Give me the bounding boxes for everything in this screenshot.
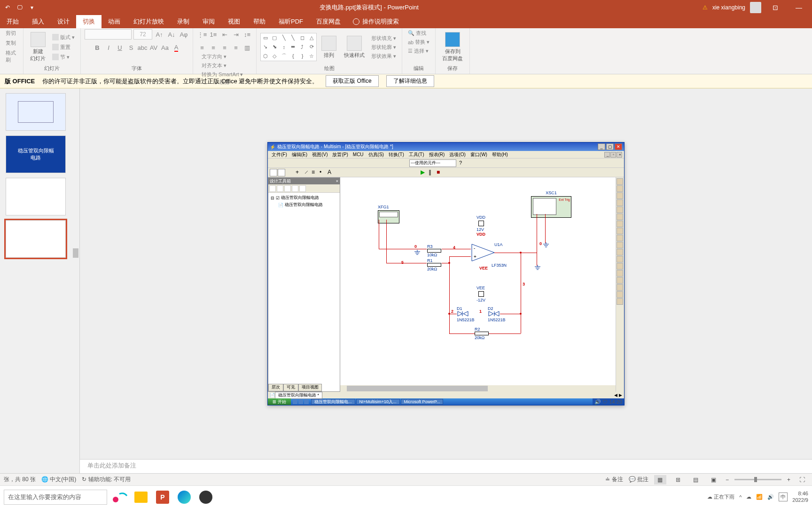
tb-junction-icon[interactable]: • (320, 169, 327, 176)
tab-foxit[interactable]: 福昕PDF (272, 15, 310, 28)
tab-help[interactable]: 帮助 (247, 15, 272, 28)
tree-tool-icon[interactable] (299, 185, 306, 192)
tb-component4-icon[interactable] (399, 159, 406, 167)
component-xfg1[interactable]: XFG1 (378, 205, 399, 223)
instrument-icon[interactable] (617, 178, 623, 185)
instrument-icon[interactable] (617, 228, 623, 234)
cut-button[interactable]: 剪切 (4, 29, 18, 37)
layout-button[interactable]: 版式 ▾ (50, 33, 77, 41)
copy-button[interactable]: 复制 (4, 39, 18, 47)
sorter-view-button[interactable]: ⊞ (672, 475, 684, 484)
canvas-scrollbar-h[interactable] (340, 385, 616, 392)
tb-cut-icon[interactable] (304, 159, 312, 167)
new-slide-button[interactable]: 新建 幻灯片 (27, 31, 48, 63)
normal-view-button[interactable]: ▦ (654, 475, 666, 484)
component-d2[interactable]: D2 1N5221B (488, 306, 506, 322)
tab-record[interactable]: 录制 (171, 15, 196, 28)
instrument-icon[interactable] (617, 206, 623, 213)
italic-button[interactable]: I (103, 42, 114, 53)
qat-dropdown-icon[interactable]: ▾ (28, 4, 36, 11)
user-avatar[interactable] (750, 2, 761, 13)
tree-tab-hierarchy[interactable]: 层次 (268, 384, 283, 391)
tb-component3-icon[interactable] (391, 159, 398, 167)
indent-dec-button[interactable]: ⇤ (219, 29, 230, 40)
tb-bus-icon[interactable]: ≡ (312, 169, 319, 176)
shape-effects-button[interactable]: 形状效果 ▾ (369, 52, 398, 60)
stop-button[interactable]: ■ (437, 169, 444, 176)
menu-reports[interactable]: 报表(R) (427, 151, 447, 158)
tree-tab-visibility[interactable]: 可见 (283, 384, 298, 391)
tb-sheet-icon[interactable] (270, 169, 277, 176)
undo-icon[interactable]: ↶ (4, 4, 11, 11)
tab-slideshow[interactable]: 幻灯片放映 (127, 15, 171, 28)
instrument-icon[interactable] (617, 221, 623, 227)
tb-probe-icon[interactable]: + (296, 169, 303, 176)
menu-transfer[interactable]: 转换(T) (387, 151, 406, 158)
volume-icon[interactable]: 🔊 (767, 494, 774, 500)
tb-undo-icon[interactable] (330, 159, 338, 167)
tree-tool-icon[interactable] (277, 185, 283, 192)
shape-fill-button[interactable]: 形状填充 ▾ (369, 34, 398, 42)
design-tree[interactable]: ⊟☑稳压管双向限幅电路 📄稳压管双向限幅电路 (268, 193, 340, 384)
tb-zoom-out-icon[interactable] (357, 159, 364, 167)
thumbnail-slide[interactable] (6, 178, 66, 215)
tab-design[interactable]: 设计 (51, 15, 76, 28)
tb-zoom-in-icon[interactable] (349, 159, 356, 167)
ms-close-button[interactable]: ✕ (615, 143, 622, 150)
zoom-slider[interactable] (734, 479, 781, 480)
tb-zoom-fit-icon[interactable] (365, 159, 372, 167)
file-explorer-icon[interactable] (132, 488, 150, 507)
shadow-button[interactable]: abc (137, 42, 148, 53)
menu-window[interactable]: 窗口(W) (468, 151, 489, 158)
tb-redo-icon[interactable] (338, 159, 346, 167)
repeat-icon[interactable]: 🖵 (16, 4, 23, 11)
instrument-icon[interactable] (617, 185, 623, 192)
tree-tool-icon[interactable] (292, 185, 298, 192)
reset-button[interactable]: 重置 (50, 43, 77, 51)
tb-component2-icon[interactable] (383, 159, 390, 167)
menu-simulate[interactable]: 仿真(S) (367, 151, 386, 158)
username[interactable]: xie xiangbing (712, 4, 745, 11)
spacing-button[interactable]: AV (148, 42, 159, 53)
weather-widget[interactable]: ☁ 正在下雨 (707, 493, 734, 500)
tree-tool-icon[interactable] (284, 185, 291, 192)
zoom-in-button[interactable]: + (787, 476, 790, 483)
notes-toggle[interactable]: ≐ 备注 (605, 476, 623, 484)
tb-text-icon[interactable]: A (328, 169, 335, 176)
tab-animations[interactable]: 动画 (102, 15, 127, 28)
tb-save-icon[interactable] (286, 159, 293, 167)
current-slide[interactable]: ⚡ 稳压管双向限幅电路 - Multisim - [稳压管双向限幅电路 *] _… (267, 142, 625, 405)
scrollbar-handle[interactable] (73, 248, 78, 258)
save-baidu-button[interactable]: 保存到 百度网盘 (439, 31, 466, 63)
tb-open-icon[interactable] (278, 159, 285, 167)
document-tab[interactable]: 稳压管双向限幅电路 * (275, 392, 322, 399)
instrument-icon[interactable] (617, 256, 623, 262)
slideshow-view-button[interactable]: ▣ (708, 475, 720, 484)
ribbon-options-icon[interactable]: ⊡ (766, 0, 785, 15)
menu-view[interactable]: 视图(V) (310, 151, 329, 158)
tell-me-search[interactable]: 操作说明搜索 (353, 15, 399, 28)
tray-icon[interactable]: 🔊 (594, 399, 601, 405)
format-painter-button[interactable]: 格式刷 (4, 49, 19, 64)
component-combo[interactable]: ---使用的元件--- (409, 159, 456, 167)
get-genuine-button[interactable]: 获取正版 Office (326, 75, 378, 87)
shape-outline-button[interactable]: 形状轮廓 ▾ (369, 43, 398, 51)
tree-tool-icon[interactable] (269, 185, 276, 192)
quick-styles-button[interactable]: 快速样式 (341, 35, 367, 60)
component-vdd[interactable]: VDD 12V VDD (476, 215, 485, 237)
select-button[interactable]: ☰ 选择 ▾ (406, 47, 430, 55)
instrument-icon[interactable] (617, 277, 623, 284)
instrument-icon[interactable] (617, 270, 623, 277)
system-clock[interactable]: 8:46 2022/9 (792, 491, 808, 503)
mdi-restore-button[interactable]: ▫ (610, 152, 616, 158)
align-text-button[interactable]: 对齐文本 ▾ (200, 62, 252, 70)
bold-button[interactable]: B (92, 42, 102, 53)
tray-chevron-icon[interactable]: ^ (739, 494, 742, 500)
component-r1[interactable]: R1 20kΩ (427, 258, 441, 271)
cortana-icon[interactable] (110, 488, 129, 507)
replace-button[interactable]: ab 替换 ▾ (406, 38, 431, 46)
font-name-combo[interactable] (85, 29, 132, 40)
minimize-button[interactable]: — (789, 0, 808, 15)
section-button[interactable]: 节 ▾ (50, 53, 77, 61)
tab-home[interactable]: 开始 (0, 15, 25, 28)
